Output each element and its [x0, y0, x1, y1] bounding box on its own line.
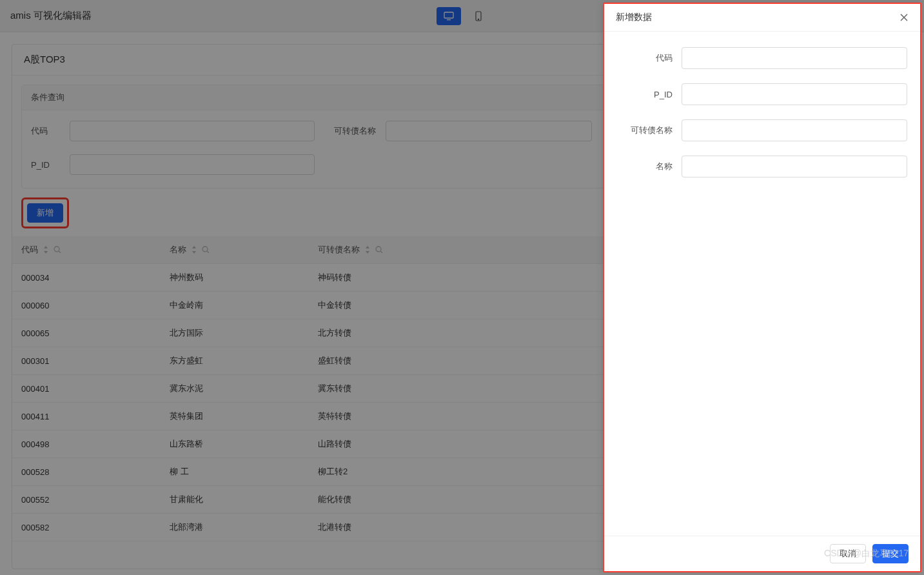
close-icon: [899, 13, 909, 22]
drawer-label-code: 代码: [617, 52, 682, 64]
drawer-row-bond: 可转债名称: [617, 119, 907, 141]
drawer-label-bond: 可转债名称: [617, 125, 682, 136]
drawer-row-name: 名称: [617, 156, 907, 177]
drawer-row-pid: P_ID: [617, 83, 907, 105]
drawer-title: 新增数据: [616, 12, 652, 23]
cancel-button[interactable]: 取消: [830, 544, 866, 563]
drawer-input-code[interactable]: [682, 47, 907, 69]
submit-button[interactable]: 提交: [872, 544, 909, 563]
drawer-input-name[interactable]: [682, 156, 907, 177]
close-button[interactable]: [899, 13, 909, 22]
drawer-input-bond[interactable]: [682, 119, 907, 141]
drawer-header: 新增数据: [604, 4, 920, 32]
drawer-label-pid: P_ID: [617, 90, 682, 99]
drawer-body: 代码 P_ID 可转债名称 名称: [604, 32, 920, 536]
add-drawer: 新增数据 代码 P_ID 可转债名称 名称 取消 提交: [603, 3, 921, 572]
drawer-row-code: 代码: [617, 47, 907, 69]
drawer-input-pid[interactable]: [682, 83, 907, 105]
drawer-footer: 取消 提交: [604, 536, 920, 571]
drawer-label-name: 名称: [617, 161, 682, 172]
